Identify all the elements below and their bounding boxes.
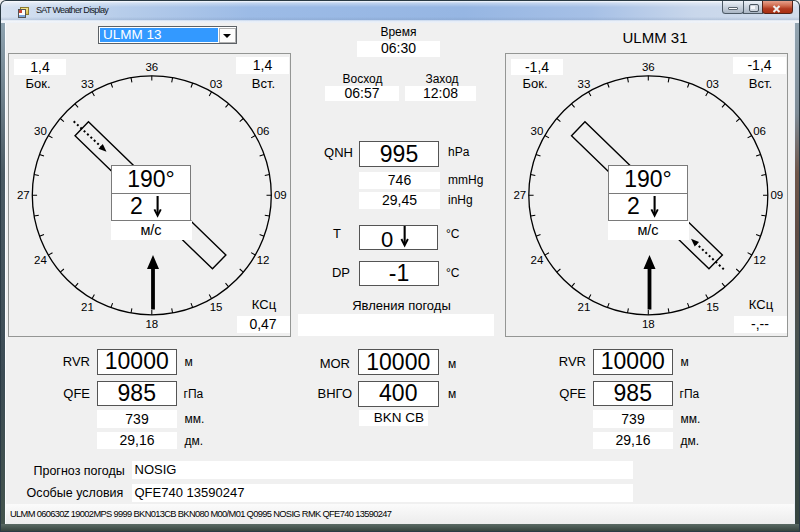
svg-text:36: 36 [145, 61, 158, 73]
svg-text:21: 21 [81, 301, 94, 313]
svg-text:36: 36 [642, 61, 655, 73]
svg-text:12: 12 [753, 254, 766, 266]
svg-text:21: 21 [578, 301, 591, 313]
svg-text:06: 06 [753, 125, 766, 137]
svg-text:27: 27 [17, 189, 30, 201]
svg-text:30: 30 [34, 125, 47, 137]
svg-text:24: 24 [531, 254, 544, 266]
svg-text:12: 12 [257, 254, 270, 266]
svg-text:18: 18 [145, 318, 158, 330]
svg-text:30: 30 [531, 125, 544, 137]
svg-text:27: 27 [513, 189, 526, 201]
svg-text:09: 09 [274, 189, 287, 201]
svg-text:18: 18 [642, 318, 655, 330]
svg-text:09: 09 [770, 189, 783, 201]
svg-text:06: 06 [257, 125, 270, 137]
svg-text:24: 24 [34, 254, 47, 266]
